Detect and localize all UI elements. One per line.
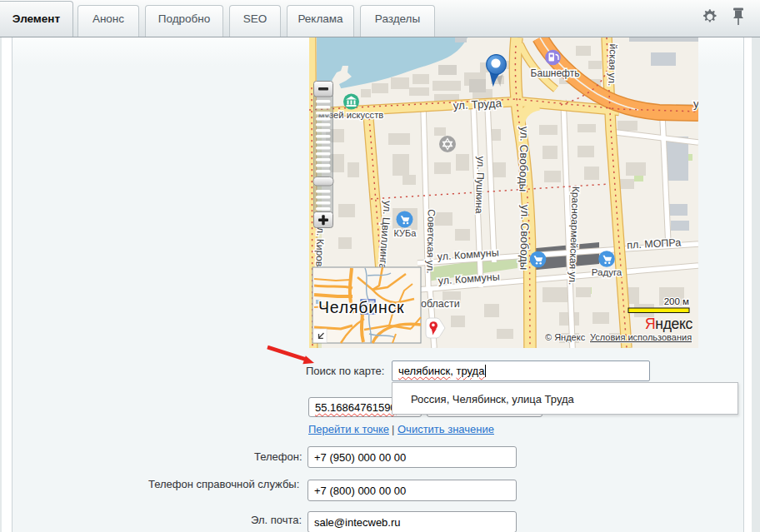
svg-text:Советская ул.: Советская ул. <box>424 209 437 274</box>
svg-text:Радуга: Радуга <box>592 267 622 277</box>
svg-text:ул. Пушкина: ул. Пушкина <box>473 156 487 214</box>
svg-text:Условия использования: Условия использования <box>590 332 692 342</box>
svg-text:Башнефть: Башнефть <box>531 67 580 79</box>
svg-text:у: у <box>693 97 698 110</box>
svg-text:КУБа: КУБа <box>394 228 418 238</box>
svg-text:200 м: 200 м <box>664 296 689 306</box>
svg-text:ул. Кирова: ул. Кирова <box>313 222 327 272</box>
svg-text:© Яндекс: © Яндекс <box>545 332 586 342</box>
svg-text:ул. Свободы: ул. Свободы <box>517 127 530 192</box>
svg-text:Яндекс: Яндекс <box>645 316 693 332</box>
svg-text:ул. Труда: ул. Труда <box>452 97 502 112</box>
svg-text:йская ул.: йская ул. <box>606 44 619 87</box>
svg-text:Челябинск: Челябинск <box>318 298 404 316</box>
svg-text:области: области <box>421 298 460 310</box>
svg-text:ул. Свободы: ул. Свободы <box>518 205 531 271</box>
